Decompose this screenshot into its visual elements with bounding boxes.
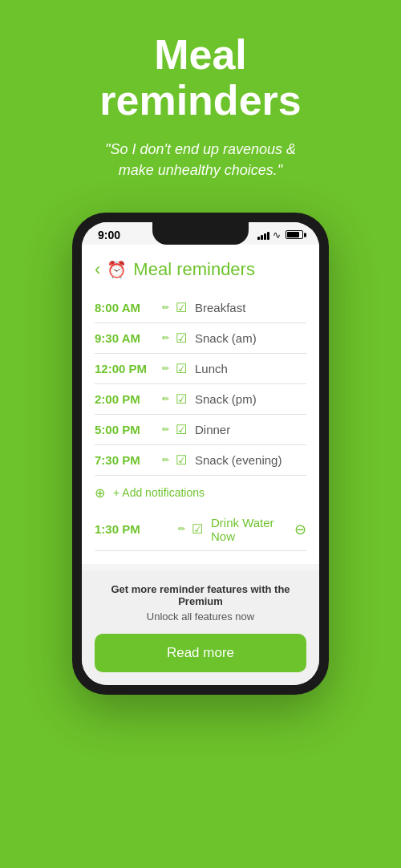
edit-icon[interactable]: ✏ [162,394,169,404]
checkbox-icon[interactable]: ☑ [176,422,187,437]
add-notification-row[interactable]: ⊕ + Add notifications [95,476,306,509]
water-reminder-row: 1:30 PM ✏ ☑ Drink Water Now ⊖ [95,509,306,551]
alarm-icon: ⏰ [107,260,127,279]
battery-fill [287,232,299,237]
reminder-time: 5:00 PM [95,423,157,436]
reminder-row: 12:00 PM ✏ ☑ Lunch [95,354,306,384]
app-header: ‹ ⏰ Meal reminders [95,253,306,293]
water-reminder-label: Drink Water Now [211,516,290,543]
reminder-row: 5:00 PM ✏ ☑ Dinner [95,415,306,445]
reminder-row: 9:30 AM ✏ ☑ Snack (am) [95,323,306,354]
reminder-list: 8:00 AM ✏ ☑ Breakfast 9:30 AM ✏ ☑ Snack … [95,293,306,476]
add-circle-icon: ⊕ [95,485,105,501]
reminder-row: 8:00 AM ✏ ☑ Breakfast [95,293,306,323]
water-reminder-time: 1:30 PM [95,522,173,536]
checkbox-icon[interactable]: ☑ [176,452,187,468]
checkbox-icon[interactable]: ☑ [176,391,187,407]
edit-icon[interactable]: ✏ [162,455,169,465]
status-icons: ∿ [257,229,303,241]
checkbox-icon[interactable]: ☑ [192,521,203,537]
main-title: Mealreminders [24,32,377,124]
phone-screen: 9:00 ∿ ‹ ⏰ Meal reminders [82,222,319,685]
remove-icon[interactable]: ⊖ [294,521,306,538]
edit-icon[interactable]: ✏ [162,302,169,313]
phone-notch [152,222,249,245]
checkbox-icon[interactable]: ☑ [176,300,187,315]
add-notification-label: + Add notifications [113,486,205,499]
reminder-time: 9:30 AM [95,331,157,345]
app-title: Meal reminders [133,259,255,280]
reminder-label: Lunch [195,362,306,375]
signal-bar-2 [261,235,263,240]
read-more-button[interactable]: Read more [95,634,306,672]
edit-icon[interactable]: ✏ [162,333,169,343]
edit-icon[interactable]: ✏ [162,424,169,435]
edit-icon[interactable]: ✏ [162,363,169,374]
reminder-label: Dinner [195,423,306,436]
reminder-label: Snack (evening) [195,453,306,467]
reminder-row: 7:30 PM ✏ ☑ Snack (evening) [95,445,306,476]
header-section: Mealreminders "So I don't end up ravenou… [0,0,401,197]
checkbox-icon[interactable]: ☑ [176,331,187,346]
status-time: 9:00 [98,229,120,241]
signal-bar-1 [257,237,260,240]
reminder-time: 12:00 PM [95,362,157,375]
reminder-row: 2:00 PM ✏ ☑ Snack (pm) [95,384,306,415]
subtitle-quote: "So I don't end up ravenous &make unheal… [24,140,377,180]
phone-container: 9:00 ∿ ‹ ⏰ Meal reminders [72,213,329,695]
reminder-label: Snack (am) [195,331,306,345]
reminder-time: 7:30 PM [95,453,157,467]
wifi-icon: ∿ [273,229,281,241]
battery-icon [286,230,303,239]
reminder-time: 8:00 AM [95,301,157,314]
premium-section: Get more reminder features with the Prem… [82,570,319,685]
premium-subtitle: Unlock all features now [95,610,306,623]
signal-bar-4 [267,232,269,240]
checkbox-icon[interactable]: ☑ [176,361,187,376]
signal-bar-3 [264,233,266,240]
edit-icon[interactable]: ✏ [178,524,185,534]
back-arrow-icon[interactable]: ‹ [95,259,100,280]
reminder-time: 2:00 PM [95,392,157,406]
premium-title: Get more reminder features with the Prem… [95,583,306,607]
reminder-label: Snack (pm) [195,392,306,406]
app-content: ‹ ⏰ Meal reminders 8:00 AM ✏ ☑ Breakfast… [82,245,319,564]
signal-bars-icon [257,230,269,240]
reminder-label: Breakfast [195,301,306,314]
